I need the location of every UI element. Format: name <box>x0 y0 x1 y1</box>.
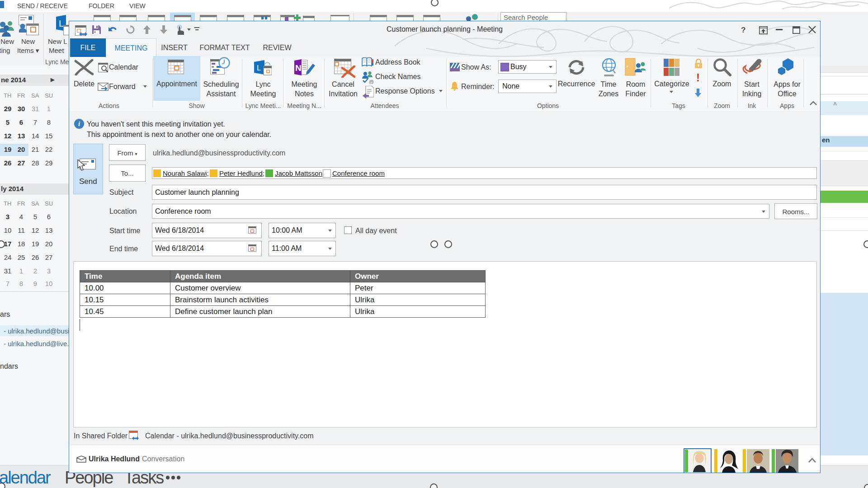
svg-text:@: @ <box>369 79 374 84</box>
svg-text:N: N <box>295 63 302 73</box>
svg-text:L: L <box>257 64 261 72</box>
